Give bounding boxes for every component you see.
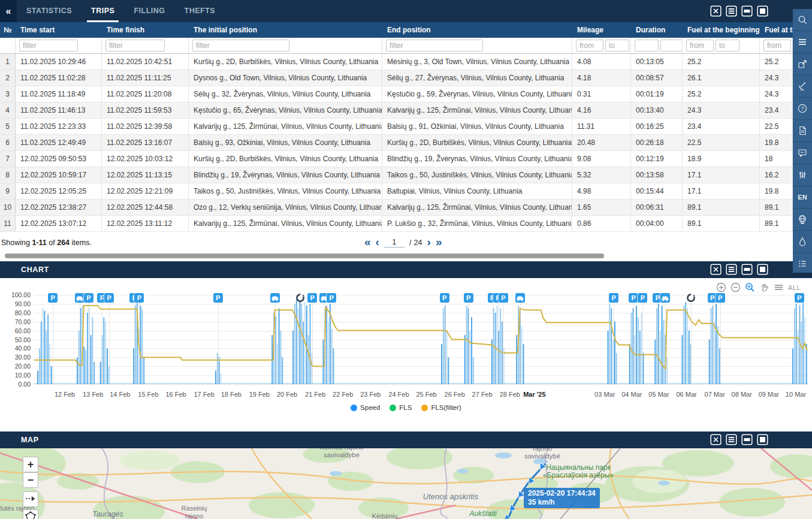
map-panel-close-icon[interactable] bbox=[710, 434, 722, 445]
duration-to-input[interactable] bbox=[660, 40, 683, 52]
parking-marker-icon[interactable]: P bbox=[629, 293, 638, 303]
trip-marker-icon[interactable] bbox=[75, 293, 84, 303]
parking-marker-icon[interactable]: P bbox=[716, 293, 725, 303]
fuel-at-the-beginning-from-input[interactable] bbox=[686, 40, 714, 52]
chart-panel-list-view-icon[interactable] bbox=[726, 264, 737, 275]
first-page-icon[interactable]: « bbox=[364, 235, 371, 249]
prev-page-icon[interactable]: ‹ bbox=[376, 235, 379, 249]
parking-marker-icon[interactable]: P bbox=[464, 293, 473, 303]
column-header-end-position[interactable]: End position bbox=[382, 22, 572, 38]
tab-statistics[interactable]: STATISTICS bbox=[17, 0, 81, 22]
globe-icon[interactable] bbox=[793, 209, 812, 231]
chart-lines-menu-icon[interactable] bbox=[774, 282, 784, 292]
last-page-icon[interactable]: » bbox=[436, 235, 442, 249]
fuel-at-th-from-input[interactable] bbox=[763, 40, 791, 52]
table-row[interactable]: 111.02.2025 10:29:4611.02.2025 10:42:51K… bbox=[0, 54, 793, 70]
parking-marker-icon[interactable]: P bbox=[609, 293, 618, 303]
mileage-to-input[interactable] bbox=[605, 40, 629, 52]
column-header-duration[interactable]: Duration bbox=[631, 22, 683, 38]
table-row[interactable]: 1012.02.2025 12:38:2712.02.2025 12:44:58… bbox=[0, 200, 793, 216]
table-row[interactable]: 1112.02.2025 13:07:1212.02.2025 13:11:12… bbox=[0, 216, 793, 232]
chat-icon[interactable] bbox=[793, 142, 812, 164]
table-panel-maximize-icon[interactable] bbox=[757, 5, 768, 17]
table-row[interactable]: 211.02.2025 11:02:2811.02.2025 11:11:25D… bbox=[0, 70, 793, 86]
table-row[interactable]: 511.02.2025 12:23:3311.02.2025 12:39:58K… bbox=[0, 119, 793, 135]
parking-marker-icon[interactable]: P bbox=[499, 293, 508, 303]
legend-item-fls[interactable]: FLS bbox=[390, 404, 412, 411]
collapse-sidebar-button[interactable]: « bbox=[0, 0, 17, 22]
language-en[interactable]: EN bbox=[793, 186, 812, 209]
end-position-filter-input[interactable] bbox=[386, 40, 483, 52]
column-header-the-initial-position[interactable]: The initial position bbox=[189, 22, 382, 38]
search-icon[interactable] bbox=[793, 9, 812, 31]
table-row[interactable]: 812.02.2025 10:59:1712.02.2025 11:13:15B… bbox=[0, 167, 793, 183]
document-icon[interactable] bbox=[793, 120, 812, 142]
column-header--[interactable]: № bbox=[0, 22, 16, 38]
map-zoom-in-button[interactable]: + bbox=[23, 457, 38, 472]
pan-hand-icon[interactable] bbox=[759, 282, 769, 292]
tab-trips[interactable]: TRIPS bbox=[81, 0, 124, 22]
column-header-fuel-at-th[interactable]: Fuel at th bbox=[760, 22, 793, 38]
chart-panel-maximize-icon[interactable] bbox=[757, 264, 768, 275]
map-area-tool-button[interactable] bbox=[23, 509, 38, 519]
next-page-icon[interactable]: › bbox=[427, 235, 431, 249]
map-canvas[interactable]: Kelmės rajono savivaldybėrajono savivald… bbox=[0, 448, 812, 519]
tab-filling[interactable]: FILLING bbox=[124, 0, 174, 22]
parking-marker-icon[interactable]: P bbox=[84, 293, 93, 303]
fuel-at-the-beginning-to-input[interactable] bbox=[716, 40, 739, 52]
column-header-fuel-at-the-beginning[interactable]: Fuel at the beginning bbox=[683, 22, 760, 38]
page-number-input[interactable] bbox=[384, 237, 405, 248]
chart-panel-close-icon[interactable] bbox=[710, 264, 722, 275]
chart-plot[interactable] bbox=[34, 295, 808, 384]
fuel-event-marker-icon[interactable] bbox=[295, 293, 305, 303]
fuel-event-marker-icon[interactable] bbox=[686, 293, 696, 303]
zoom-in-icon[interactable] bbox=[716, 282, 726, 292]
list-icon[interactable] bbox=[793, 253, 812, 275]
table-panel-list-view-icon[interactable] bbox=[726, 5, 737, 17]
parking-marker-icon[interactable]: P bbox=[307, 293, 317, 303]
tab-thefts[interactable]: THEFTS bbox=[175, 0, 225, 22]
column-header-time-start[interactable]: Time start bbox=[16, 22, 102, 38]
horizontal-scrollbar[interactable] bbox=[5, 254, 604, 258]
table-row[interactable]: 611.02.2025 12:49:4911.02.2025 13:16:07B… bbox=[0, 135, 793, 151]
parking-marker-icon[interactable]: P bbox=[48, 293, 58, 303]
column-header-mileage[interactable]: Mileage bbox=[572, 22, 631, 38]
zoom-selection-icon[interactable] bbox=[745, 282, 755, 292]
parking-marker-icon[interactable]: P bbox=[795, 293, 804, 303]
legend-item-fls-filter-[interactable]: FLS(filter) bbox=[421, 404, 461, 411]
column-header-time-finish[interactable]: Time finish bbox=[102, 22, 189, 38]
help-icon[interactable]: ? bbox=[793, 98, 812, 120]
table-row[interactable]: 712.02.2025 09:50:5312.02.2025 10:03:12K… bbox=[0, 151, 793, 167]
parking-marker-icon[interactable]: P bbox=[213, 293, 223, 303]
chart-panel-split-view-icon[interactable] bbox=[741, 264, 753, 275]
trip-marker-icon[interactable] bbox=[515, 293, 525, 303]
parking-marker-icon[interactable]: P bbox=[440, 293, 449, 303]
time-start-filter-input[interactable] bbox=[19, 40, 78, 52]
map-zoom-out-button[interactable]: − bbox=[23, 472, 38, 488]
table-row[interactable]: 311.02.2025 11:18:4911.02.2025 11:20:08S… bbox=[0, 86, 793, 102]
export-icon[interactable] bbox=[793, 53, 812, 76]
trip-marker-icon[interactable] bbox=[660, 293, 670, 303]
map-route-tool-button[interactable] bbox=[23, 491, 38, 507]
table-panel-split-view-icon[interactable] bbox=[741, 5, 753, 17]
satellite-icon[interactable] bbox=[793, 76, 812, 98]
menu-icon[interactable] bbox=[793, 31, 812, 53]
map-panel-maximize-icon[interactable] bbox=[757, 434, 768, 445]
parking-marker-icon[interactable]: P bbox=[638, 293, 647, 303]
map-panel-split-view-icon[interactable] bbox=[741, 434, 753, 445]
mileage-from-input[interactable] bbox=[576, 40, 603, 52]
legend-item-speed[interactable]: Speed bbox=[351, 404, 380, 411]
table-row[interactable]: 411.02.2025 11:46:1311.02.2025 11:59:53K… bbox=[0, 102, 793, 119]
droplet-icon[interactable] bbox=[793, 231, 812, 253]
parking-marker-icon[interactable]: P bbox=[134, 293, 144, 303]
duration-from-input[interactable] bbox=[635, 40, 659, 52]
the-initial-position-filter-input[interactable] bbox=[192, 40, 289, 52]
map-panel-list-view-icon[interactable] bbox=[726, 434, 737, 445]
chart-all-button[interactable]: ALL bbox=[788, 284, 801, 291]
time-finish-filter-input[interactable] bbox=[105, 40, 165, 52]
sliders-icon[interactable] bbox=[793, 164, 812, 186]
table-panel-close-icon[interactable] bbox=[710, 5, 722, 17]
parking-marker-icon[interactable]: P bbox=[327, 293, 336, 303]
trip-marker-icon[interactable] bbox=[270, 293, 280, 303]
zoom-out-icon[interactable] bbox=[731, 282, 741, 292]
